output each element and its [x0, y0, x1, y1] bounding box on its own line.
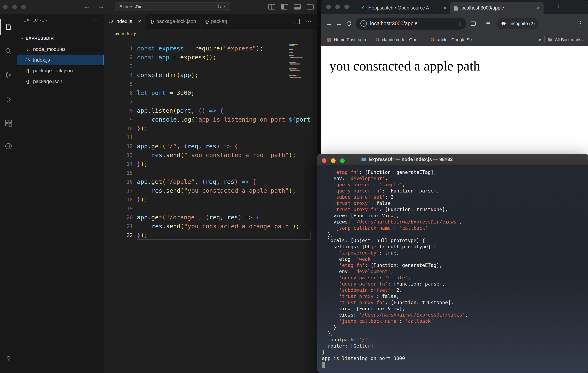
minimize-button[interactable]: [331, 158, 336, 163]
code-line[interactable]: [137, 133, 311, 142]
browser-tabs: Hoppscotch • Open source A×localhost:300…: [357, 2, 544, 14]
code-line[interactable]: res.send("you constacted a orange path")…: [137, 222, 311, 231]
terminal-line: 'query parser fn': [Function: parse],: [322, 188, 588, 194]
split-editor-icon[interactable]: [294, 19, 300, 24]
side-panel-icon[interactable]: [468, 21, 478, 27]
history-forward-button[interactable]: →: [98, 2, 104, 10]
code-line[interactable]: res.send(" you constacted a root path");: [137, 151, 311, 160]
code-line[interactable]: app.get("/", (req, res) => {: [137, 142, 311, 151]
explorer-item-package-lock.json[interactable]: {}package-lock.json: [17, 65, 104, 76]
maximize-button[interactable]: [345, 5, 349, 9]
back-icon[interactable]: ←: [324, 20, 334, 27]
close-icon[interactable]: ×: [443, 5, 446, 11]
reload-icon[interactable]: [344, 21, 354, 27]
explorer-icon[interactable]: [0, 19, 17, 35]
code-line[interactable]: console.log(`app is listening on port ${…: [137, 115, 311, 124]
code-line[interactable]: [137, 97, 311, 106]
toggle-secondary-sidebar-icon[interactable]: [307, 4, 314, 10]
bookmark-star-icon[interactable]: ☆: [457, 20, 462, 27]
close-icon[interactable]: ×: [537, 5, 540, 11]
maximize-button[interactable]: [340, 158, 345, 163]
explorer-root-folder[interactable]: › EXPRESSDIR: [17, 33, 104, 43]
editor-tab-index.js[interactable]: JSindex.js×: [104, 14, 146, 29]
js-file-icon: JS: [24, 58, 32, 62]
bookmark-item[interactable]: Home PostLogin: [327, 37, 366, 42]
bookmarks-overflow-icon[interactable]: »: [539, 37, 541, 43]
code-line[interactable]: const app = express();: [137, 53, 311, 62]
chevron-right-icon: ›: [24, 46, 32, 53]
search-icon[interactable]: [0, 43, 17, 59]
line-number: 11: [104, 133, 133, 142]
minimize-button[interactable]: [335, 5, 340, 9]
forward-icon[interactable]: →: [334, 20, 344, 27]
incognito-icon: [501, 21, 506, 26]
editor-layout-icon[interactable]: [268, 4, 275, 10]
code-line[interactable]: [137, 204, 311, 213]
code-line[interactable]: app.get("/orange", (req, res) => {: [137, 213, 311, 222]
extensions-icon[interactable]: [0, 115, 17, 131]
code-line[interactable]: console.dir(app);: [137, 71, 311, 80]
command-center[interactable]: ExpressDir ↻ ›: [115, 2, 230, 11]
code-line[interactable]: [137, 169, 311, 177]
code-line[interactable]: const express = require("express");: [137, 44, 311, 53]
code-line[interactable]: });: [137, 160, 311, 169]
close-button[interactable]: [3, 5, 8, 9]
new-tab-button[interactable]: +: [557, 2, 561, 10]
code-line[interactable]: app.get("/apple", (req, res) => {: [137, 177, 311, 186]
line-number: 12: [104, 142, 133, 151]
minimap-line: [289, 67, 315, 68]
minimap-line: [289, 52, 315, 53]
browser-tab[interactable]: Hoppscotch • Open source A×: [357, 2, 450, 14]
terminal-line: etag: 'weak',: [322, 256, 588, 262]
chevron-down-icon: ›: [223, 6, 229, 8]
code-editor[interactable]: const express = require("express");const…: [137, 44, 311, 240]
desktop: ← → ExpressDir ↻ ›: [0, 0, 588, 373]
code-line[interactable]: app.listen(port, () => {: [137, 106, 311, 115]
code-line[interactable]: });: [137, 124, 311, 133]
more-actions-icon[interactable]: ⋯: [306, 18, 312, 25]
address-bar[interactable]: i localhost:3000/apple ☆: [356, 18, 466, 30]
close-icon[interactable]: ×: [138, 18, 141, 25]
terminal-line: }: [322, 324, 588, 330]
maximize-button[interactable]: [21, 5, 26, 9]
code-line[interactable]: [137, 80, 311, 88]
more-actions-icon[interactable]: ⋯: [92, 17, 98, 24]
close-button[interactable]: [326, 5, 331, 9]
browser-tab[interactable]: localhost:3000/apple×: [450, 2, 544, 14]
json-file-icon: {}: [151, 19, 154, 24]
incognito-badge[interactable]: Incognito (2): [496, 18, 539, 29]
editor-group: JSindex.js×{}package-lock.json{}packag ⋯…: [104, 14, 317, 373]
code-line[interactable]: });: [137, 231, 311, 240]
terminal-titlebar: ExpressDir — node index.js — 98×32: [317, 154, 588, 165]
all-bookmarks-button[interactable]: All Bookmarks: [547, 37, 583, 43]
code-line[interactable]: });: [137, 195, 311, 204]
explorer-item-package.json[interactable]: {}package.json: [17, 76, 104, 87]
explorer-item-node_modules[interactable]: ›node_modules: [17, 44, 104, 54]
history-back-button[interactable]: ←: [84, 2, 90, 10]
toggle-sidebar-icon[interactable]: [281, 4, 288, 10]
source-control-icon[interactable]: [0, 67, 17, 83]
browser-menu-icon[interactable]: ⋮: [577, 20, 584, 28]
code-line[interactable]: [137, 62, 311, 71]
terminal-line: mountpath: '/',: [322, 337, 588, 343]
reading-list-icon[interactable]: [483, 21, 494, 27]
toggle-panel-icon[interactable]: [294, 4, 301, 10]
breadcrumb[interactable]: JS index.js › …: [104, 29, 317, 39]
run-debug-icon[interactable]: [0, 91, 17, 108]
minimize-button[interactable]: [12, 5, 17, 9]
bookmark-item[interactable]: Gartcle - Google Se...: [430, 37, 475, 43]
explorer-item-index.js[interactable]: JSindex.js: [17, 54, 104, 65]
remote-explorer-icon[interactable]: [0, 138, 17, 154]
close-button[interactable]: [322, 158, 326, 163]
minimap[interactable]: [289, 44, 315, 80]
editor-tab-packag[interactable]: {}packag: [201, 14, 232, 29]
terminal-line: 'jsonp callback name': 'callback': [322, 225, 588, 231]
site-info-icon[interactable]: i: [360, 20, 367, 27]
account-icon[interactable]: [0, 351, 17, 367]
bookmark-item[interactable]: Gclaude code - Goo...: [376, 37, 421, 43]
code-line[interactable]: let port = 3000;: [137, 88, 311, 97]
editor-tab-package-lock.json[interactable]: {}package-lock.json: [146, 14, 201, 29]
code-line[interactable]: res.send("you constacted a apple path");: [137, 186, 311, 195]
terminal-output[interactable]: 'etag fn': [Function: generateETag], env…: [317, 165, 588, 373]
explorer-title: EXPLORER: [24, 18, 48, 22]
